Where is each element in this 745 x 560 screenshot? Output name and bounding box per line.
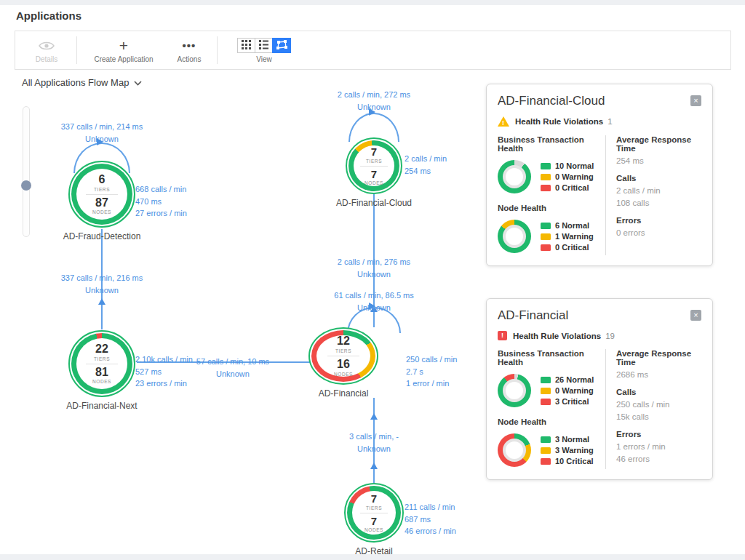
critical-swatch: [541, 458, 551, 465]
arrowhead-up: [370, 463, 378, 469]
flow-map-selector[interactable]: All Applications Flow Map: [22, 77, 142, 88]
node-count: 7: [371, 169, 377, 180]
tier-count: 12: [337, 335, 350, 348]
normal-swatch: [541, 377, 551, 383]
metric-value: 15k calls: [616, 412, 701, 421]
tiers-caption: TIERS: [94, 356, 110, 361]
health-ring: 7 TIERS 7 NODES: [348, 140, 399, 191]
edge-label-cloud-self: 2 calls / min, 272 msUnknown: [316, 89, 432, 113]
flow-map-view-button[interactable]: [272, 38, 291, 53]
details-button[interactable]: Details: [21, 38, 72, 63]
close-icon[interactable]: ×: [690, 95, 701, 106]
node-health-label: Node Health: [498, 417, 598, 426]
legend-warning: 3 Warning: [555, 446, 594, 455]
legend-warning: 0 Warning: [555, 386, 594, 395]
health-ring: 22 TIERS 81 NODES: [71, 333, 132, 394]
node-count: 7: [371, 516, 377, 527]
metric-value: 250 calls / min: [616, 400, 701, 409]
toolbar: Details + Create Application ••• Actions: [15, 31, 731, 70]
edge-label-fraud-self: 337 calls / min, 214 msUnknown: [44, 121, 160, 145]
toolbar-separator: [217, 36, 218, 64]
app-name: AD-Financial-Next: [66, 401, 137, 411]
legend-critical: 3 Critical: [555, 397, 589, 406]
warning-swatch: [541, 174, 551, 180]
actions-label: Actions: [178, 55, 202, 63]
card-view-button[interactable]: [237, 38, 255, 53]
normal-swatch: [541, 163, 551, 169]
actions-button[interactable]: ••• Actions: [166, 38, 212, 63]
nodes-caption: NODES: [92, 209, 111, 215]
metric-label: Calls: [616, 174, 701, 183]
legend-critical: 0 Critical: [555, 183, 589, 192]
edge-label-next-to-fraud: 337 calls / min, 216 msUnknown: [44, 272, 160, 296]
app-node-fraud-detection[interactable]: 6 TIERS 87 NODES AD-Fraud-Detection: [36, 161, 167, 241]
toolbar-separator: [76, 36, 77, 64]
bt-health-donut: [498, 160, 531, 193]
metric-label: Errors: [616, 216, 701, 225]
flow-map-selector-label: All Applications Flow Map: [22, 77, 129, 88]
bt-health-donut: [498, 374, 531, 407]
app-node-financial-next[interactable]: 22 TIERS 81 NODES AD-Financial-Next: [36, 330, 167, 411]
zoom-slider-track[interactable]: [23, 106, 30, 237]
edge-label-financial-to-cloud-a: 2 calls / min, 276 msUnknown: [316, 256, 432, 280]
app-name: AD-Financial: [319, 388, 369, 399]
violations-count: 1: [607, 117, 612, 126]
nodes-caption: NODES: [364, 527, 383, 532]
app-node-financial[interactable]: 12 TIERS 16 NODES AD-Financial: [308, 327, 378, 397]
page-title: Applications: [16, 9, 81, 22]
applications-page: Applications Details + Create Applicatio…: [0, 0, 745, 560]
tiers-caption: TIERS: [366, 505, 382, 511]
app-node-financial-cloud[interactable]: 7 TIERS 7 NODES AD-Financial-Cloud: [308, 137, 439, 208]
metrics-financial: 250 calls / min2.7 s1 error / min: [406, 353, 457, 390]
app-name: AD-Fraud-Detection: [63, 231, 141, 241]
bt-health-label: Business Transaction Health: [498, 135, 598, 153]
detail-panel-financial-cloud: AD-Financial-Cloud × ! Health Rule Viola…: [486, 84, 713, 266]
critical-swatch: [541, 244, 551, 251]
tier-count: 7: [371, 146, 377, 158]
normal-swatch: [541, 436, 551, 443]
violations-count: 19: [605, 332, 615, 340]
list-view-button[interactable]: [255, 38, 273, 53]
nodes-caption: NODES: [334, 372, 353, 377]
zoom-slider-handle[interactable]: [21, 180, 31, 191]
eye-icon: [39, 38, 55, 54]
node-health-donut: [498, 433, 531, 467]
create-application-button[interactable]: + Create Application: [81, 38, 166, 63]
tiers-caption: TIERS: [335, 348, 351, 353]
chevron-down-icon: [134, 81, 142, 86]
metric-label: Calls: [616, 388, 701, 396]
node-health-label: Node Health: [498, 204, 598, 212]
tier-count: 22: [95, 343, 108, 356]
node-health-donut: [498, 220, 531, 253]
edge-label-next-to-financial: 57 calls / min, 10 msUnknown: [182, 356, 284, 380]
app-node-retail[interactable]: 7 TIERS 7 NODES AD-Retail: [308, 483, 439, 556]
metric-value: 254 ms: [616, 156, 701, 165]
violations-label: Health Rule Violations: [513, 332, 601, 340]
warning-swatch: [541, 388, 551, 394]
plus-icon: +: [119, 38, 128, 54]
violations-label: Health Rule Violations: [515, 117, 603, 126]
nodes-caption: NODES: [92, 379, 111, 384]
legend-warning: 0 Warning: [555, 172, 594, 181]
tier-count: 6: [99, 174, 105, 186]
bottom-strip: [0, 554, 745, 560]
bt-health-label: Business Transaction Health: [498, 349, 598, 367]
legend-critical: 0 Critical: [555, 243, 589, 252]
metric-value: 2 calls / min: [616, 186, 701, 195]
metric-label: Average Response Time: [616, 135, 701, 153]
metric-label: Errors: [616, 430, 701, 439]
legend-normal: 3 Normal: [555, 435, 589, 444]
tiers-caption: TIERS: [366, 159, 382, 164]
legend-normal: 6 Normal: [555, 221, 589, 230]
view-label: View: [256, 55, 272, 63]
view-switcher: View: [235, 38, 293, 63]
grid-icon: [242, 39, 251, 52]
warning-swatch: [541, 447, 551, 454]
close-icon[interactable]: ×: [690, 310, 701, 321]
legend-normal: 10 Normal: [555, 161, 594, 170]
normal-swatch: [541, 223, 551, 229]
create-application-label: Create Application: [94, 55, 153, 63]
legend-normal: 26 Normal: [555, 375, 594, 384]
edge-label-retail-to-financial: 3 calls / min, -Unknown: [316, 431, 432, 455]
arrowhead-up: [98, 298, 105, 305]
